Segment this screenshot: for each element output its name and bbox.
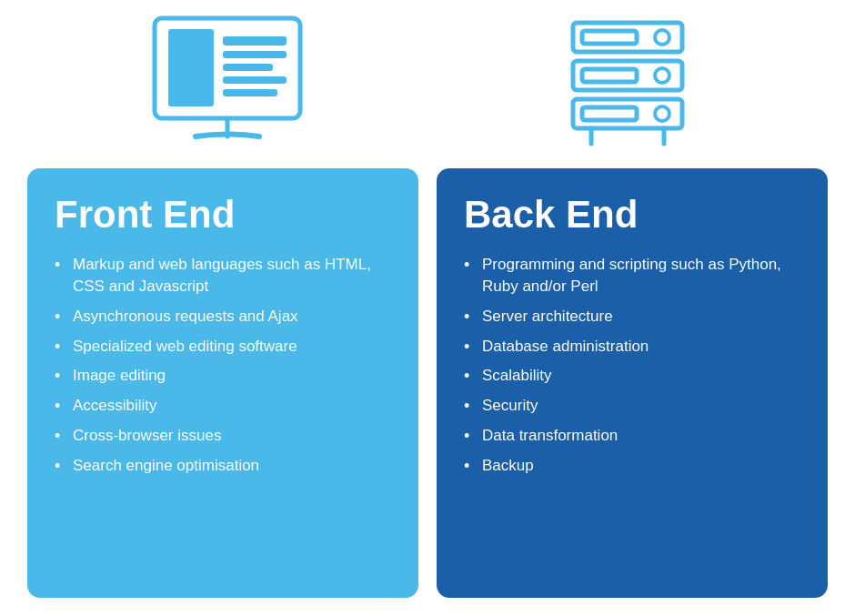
front-end-list: Markup and web languages such as HTML, C… <box>55 254 391 476</box>
svg-rect-14 <box>573 99 682 128</box>
icons-row <box>27 9 828 155</box>
back-end-title: Back End <box>464 194 800 236</box>
svg-rect-4 <box>223 64 273 71</box>
list-item: Database administration <box>464 336 800 358</box>
list-item: Server architecture <box>464 306 800 328</box>
back-end-card: Back End Programming and scripting such … <box>437 168 828 598</box>
svg-rect-11 <box>573 61 682 90</box>
list-item: Image editing <box>55 365 391 387</box>
svg-point-10 <box>655 30 669 45</box>
svg-rect-3 <box>223 51 287 58</box>
list-item: Backup <box>464 455 800 477</box>
svg-point-13 <box>655 68 669 83</box>
front-end-title: Front End <box>55 194 391 236</box>
list-item: Cross-browser issues <box>55 425 391 447</box>
list-item: Data transformation <box>464 425 800 447</box>
svg-rect-6 <box>223 89 277 96</box>
list-item: Markup and web languages such as HTML, C… <box>55 254 391 298</box>
list-item: Security <box>464 395 800 417</box>
list-item: Accessibility <box>55 395 391 417</box>
front-end-card: Front End Markup and web languages such … <box>27 168 418 598</box>
list-item: Search engine optimisation <box>55 455 391 477</box>
list-item: Asynchronous requests and Ajax <box>55 306 391 328</box>
svg-point-16 <box>655 106 669 121</box>
svg-rect-15 <box>582 107 637 120</box>
svg-rect-9 <box>582 31 637 44</box>
svg-rect-1 <box>168 29 214 106</box>
svg-rect-5 <box>223 76 287 84</box>
svg-rect-2 <box>223 36 287 45</box>
server-icon <box>437 9 819 155</box>
back-end-list: Programming and scripting such as Python… <box>464 254 800 476</box>
list-item: Scalability <box>464 365 800 387</box>
svg-rect-8 <box>573 23 682 52</box>
list-item: Specialized web editing software <box>55 336 391 358</box>
page-container: Front End Markup and web languages such … <box>0 0 855 616</box>
monitor-icon <box>36 9 418 155</box>
cards-row: Front End Markup and web languages such … <box>27 168 828 598</box>
list-item: Programming and scripting such as Python… <box>464 254 800 298</box>
svg-rect-12 <box>582 69 637 82</box>
